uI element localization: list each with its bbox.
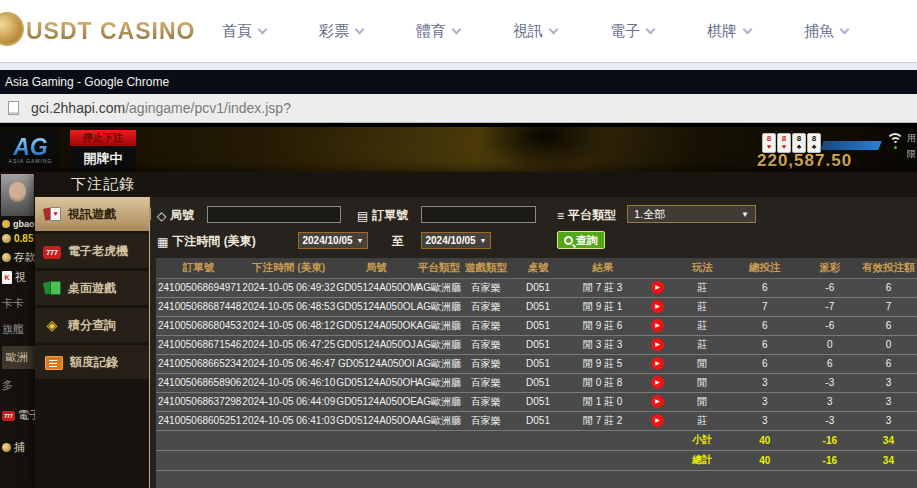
play-button[interactable]: ▶ <box>651 357 664 370</box>
chrome-address-bar[interactable]: gci.2hhapi.com/agingame/pcv1/index.jsp? <box>0 94 917 123</box>
lobby-label: 旗艦 <box>2 322 24 337</box>
nav-item-slots[interactable]: 電子 <box>610 22 654 41</box>
menu-item-credit-log[interactable]: 額度記錄 <box>35 345 149 379</box>
dealer-silhouette <box>480 127 610 172</box>
search-button[interactable]: 查詢 <box>557 231 605 249</box>
cell <box>156 470 917 488</box>
lobby-label: 存款 <box>14 250 35 265</box>
nav-item-poker[interactable]: 棋牌 <box>707 22 751 41</box>
avatar[interactable] <box>1 174 34 216</box>
cell: AG歐洲廳 <box>416 335 461 354</box>
nav-item-home[interactable]: 首頁 <box>222 22 266 41</box>
date-to-picker[interactable]: 2024/10/05 ▼ <box>421 232 491 249</box>
cell: D051 <box>511 411 566 430</box>
site-logo[interactable]: USDT CASINO <box>0 14 195 48</box>
lobby-item-deposit[interactable]: 存款 <box>2 250 35 265</box>
cell: 2024-10-05 06:47:25 <box>241 335 336 354</box>
column-header: 派彩 <box>800 258 860 278</box>
column-header: 局號 <box>336 258 416 278</box>
table-row: 2410050686052512024-10-05 06:41:03GD0512… <box>156 411 917 430</box>
nav-item-live[interactable]: 視訊 <box>513 22 557 41</box>
lobby-item-multi[interactable]: 多 <box>2 378 13 393</box>
play-button[interactable]: ▶ <box>651 319 664 332</box>
cell: D051 <box>511 335 566 354</box>
lobby-label: 卡卡 <box>2 296 24 311</box>
table-amount: 220,587.50 <box>757 151 852 171</box>
nav-label: 捕魚 <box>804 22 834 41</box>
cell: 3 <box>860 411 917 430</box>
cell: GD05124A050OJ <box>336 335 416 354</box>
cell: 3 <box>800 392 860 411</box>
date-from-value: 2024/10/05 <box>303 235 353 246</box>
cards-icon: K <box>2 271 12 284</box>
column-header: 桌號 <box>511 258 566 278</box>
playing-card: 8♥ <box>777 133 791 153</box>
diamond-icon: ◈ <box>43 317 61 333</box>
menu-item-points[interactable]: ◈ 積分查詢 <box>35 308 149 342</box>
cell: 6 <box>730 354 800 373</box>
cell: 閒 <box>675 354 730 373</box>
chevron-down-icon <box>549 24 559 34</box>
card-group: 8♥8♥8♣8♣ <box>762 133 821 153</box>
round-input[interactable] <box>207 206 341 223</box>
play-button[interactable]: ▶ <box>651 414 664 427</box>
nav-item-sports[interactable]: 體育 <box>416 22 460 41</box>
order-number: 241005068665234 <box>156 354 241 373</box>
cell: AG歐洲廳 <box>416 373 461 392</box>
cell: D051 <box>511 278 566 297</box>
menu-item-slots[interactable]: 777 電子老虎機 <box>35 234 149 268</box>
header-divider <box>0 62 917 70</box>
cell: GD05124A050OM <box>336 278 416 297</box>
nav-item-fishing[interactable]: 捕魚 <box>804 22 848 41</box>
bet-bar <box>820 141 882 150</box>
cell: 6 <box>730 316 800 335</box>
lobby-item-fishing[interactable]: 捕 <box>2 440 25 455</box>
modal-menu: 視訊遊戲 777 電子老虎機 桌面遊戲 ◈ 積分查詢 額度記錄 <box>35 197 150 488</box>
play-button[interactable]: ▶ <box>651 338 664 351</box>
menu-label: 積分查詢 <box>68 317 116 334</box>
dropdown-arrow-icon: ▼ <box>357 237 364 244</box>
cell: 3 <box>860 373 917 392</box>
lobby-item-slots[interactable]: 777 電子 <box>2 408 35 423</box>
slot-icon: 777 <box>2 411 15 421</box>
menu-item-live-games[interactable]: 視訊遊戲 <box>35 197 149 231</box>
date-from-picker[interactable]: 2024/10/05 ▼ <box>298 232 368 249</box>
cell: GD05124A050OI <box>336 354 416 373</box>
nav-label: 電子 <box>610 22 640 41</box>
play-button[interactable]: ▶ <box>651 395 664 408</box>
bet-table: 訂單號下注時間 (美東)局號平台類型遊戲類型桌號結果玩法總投注派彩有效投注額 2… <box>156 258 917 488</box>
column-header: 遊戲類型 <box>461 258 510 278</box>
column-header: 結果 <box>565 258 640 278</box>
play-button[interactable]: ▶ <box>651 300 664 313</box>
lobby-item-cagayan[interactable]: 卡卡 <box>2 296 24 311</box>
chevron-down-icon <box>840 24 850 34</box>
cell: D051 <box>511 316 566 335</box>
stop-betting-banner: 停止下注 <box>70 130 136 146</box>
platform-select[interactable]: 1.全部 ▼ <box>627 205 756 223</box>
lobby-item-live[interactable]: K 視 <box>2 270 26 285</box>
lobby-label: 電子 <box>18 408 35 423</box>
lobby-item-flagship[interactable]: 旗艦 <box>2 322 24 337</box>
empty-row <box>156 470 917 488</box>
lobby-rail: gbao 0.85 存款 K 視 卡卡 旗艦 歐洲 多 777 電子 捕 <box>0 172 35 488</box>
cell: 6 <box>730 335 800 354</box>
table-row: 2410050686949712024-10-05 06:49:32GD0512… <box>156 278 917 297</box>
username: gbao <box>13 219 35 229</box>
ag-logo: AG ASIA GAMING <box>2 130 59 169</box>
lobby-item-europe[interactable]: 歐洲 <box>2 346 35 369</box>
cell: 閒 1 莊 0 <box>565 392 640 411</box>
table-games-icon <box>43 280 61 296</box>
play-button[interactable]: ▶ <box>651 376 664 389</box>
cell: 0 <box>860 335 917 354</box>
nav-item-lottery[interactable]: 彩票 <box>319 22 363 41</box>
order-number: 241005068671546 <box>156 335 241 354</box>
coin-icon <box>2 234 11 243</box>
menu-item-table-games[interactable]: 桌面遊戲 <box>35 271 149 305</box>
play-button[interactable]: ▶ <box>651 281 664 294</box>
cell: 閒 3 莊 3 <box>565 335 640 354</box>
subtotal-row: 小計40-1634 <box>156 430 917 450</box>
user-icon <box>2 220 10 228</box>
order-input[interactable] <box>421 206 536 223</box>
cell: 百家樂 <box>461 297 510 316</box>
url-domain: gci.2hhapi.com <box>31 100 125 116</box>
